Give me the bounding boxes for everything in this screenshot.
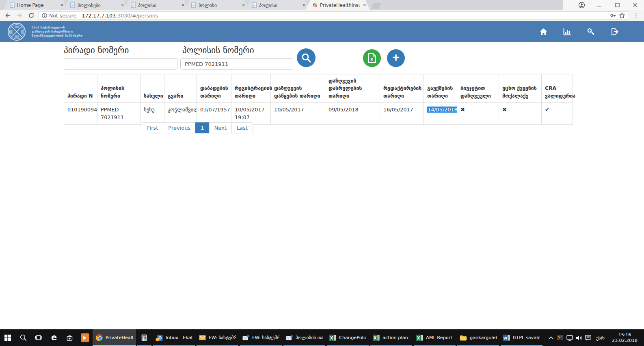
page-favicon (191, 2, 196, 8)
selected-date-text: 14/05/2018 (427, 107, 457, 113)
excel-file-icon: x (367, 53, 377, 63)
page-favicon (70, 2, 75, 8)
back-button[interactable] (3, 11, 13, 20)
tab-title: PrivateHealthInsuranceP (320, 2, 360, 8)
statistics-chart-icon[interactable] (563, 27, 572, 36)
taskbar-app-mail[interactable]: FW: სასტუმრ... (239, 329, 283, 346)
antivirus-tray-icon[interactable] (555, 329, 565, 346)
reload-button[interactable] (26, 11, 36, 20)
taskbar-clock[interactable]: 15:16 23.02.2018 (608, 332, 642, 344)
browser-toolbar: Not secure 172.17.7.103:3030/#/persons ⋮ (0, 10, 644, 21)
mail-yellow-icon (199, 335, 206, 340)
taskbar-app-label: ChangePolicyF... (339, 335, 366, 340)
policy-number-label: პოლისის ნომერი (182, 46, 254, 55)
add-person-button[interactable]: + (387, 49, 405, 67)
table-cell: ✖ (499, 103, 542, 125)
page-content: პირადი ნომერი პოლისის ნომერი x + პირადი … (0, 42, 644, 329)
pagination-next[interactable]: Next (209, 122, 232, 133)
tab-title: პოლისი (199, 2, 239, 8)
key-icon[interactable] (587, 27, 596, 36)
browser-tab-active[interactable]: PrivateHealthInsuranceP✕ (306, 0, 370, 10)
table-cell: ✖ (457, 103, 499, 125)
url-text: 172.17.7.103:3030/#/persons (82, 13, 158, 19)
system-tray: ქარ 15:16 23.02.2018 (546, 329, 644, 346)
address-bar[interactable]: Not secure 172.17.7.103:3030/#/persons (38, 11, 629, 20)
taskbar-app-excel[interactable]: XAML Report G... (413, 329, 456, 346)
column-header: გაუქმების თარიღი (424, 74, 457, 103)
column-header: პოლისის ნომერი (97, 74, 140, 103)
start-button-icon[interactable] (0, 329, 15, 346)
export-excel-button[interactable]: x (363, 49, 381, 67)
search-button[interactable] (297, 48, 316, 67)
tab-close-icon[interactable]: ✕ (181, 3, 186, 7)
maximize-button[interactable] (608, 0, 626, 10)
taskbar-app-mail-yellow[interactable]: FW: სასტუმრ... (196, 329, 239, 346)
taskbar-apps: PrivateHealthI...OInbox - Ekateri...FW: … (93, 329, 543, 346)
pagination-last[interactable]: Last (231, 122, 253, 133)
tab-close-icon[interactable]: ✕ (362, 3, 367, 7)
taskbar-app-label: GTPL savaldeb... (513, 335, 540, 340)
keyboard-language-indicator[interactable]: ქარ (593, 335, 608, 341)
excel-icon: X (329, 335, 336, 341)
taskbar-app-calculator[interactable] (136, 329, 152, 346)
network-tray-icon[interactable] (565, 329, 574, 346)
taskbar-search-icon[interactable] (15, 329, 31, 346)
taskbar-app-outlook[interactable]: OInbox - Ekateri... (152, 329, 196, 346)
pagination-previous[interactable]: Previous (163, 122, 196, 133)
microsoft-store-icon[interactable] (62, 329, 77, 346)
svg-text:X: X (374, 336, 377, 340)
tab-close-icon[interactable]: ✕ (60, 3, 65, 7)
taskbar-app-chrome[interactable]: PrivateHealthI... (93, 329, 136, 346)
browser-tab[interactable]: პოლისი✕ (185, 0, 249, 10)
notifications-tray-icon[interactable] (583, 329, 593, 346)
taskbar-app-excel[interactable]: Xaction plan [R... (370, 329, 413, 346)
policy-number-input[interactable] (180, 58, 293, 70)
table-cell: 14/05/2018 (424, 103, 457, 125)
security-label: Not secure (49, 13, 76, 19)
taskbar-app-folder[interactable]: gankargulebebi (456, 329, 500, 346)
browser-tab[interactable]: პოლისი✕ (245, 0, 309, 10)
pagination-current-page[interactable]: 1 (195, 122, 209, 133)
tab-title: Home Page (17, 2, 57, 8)
tray-date: 23.02.2018 (612, 338, 638, 344)
bookmark-star-icon[interactable] (619, 12, 625, 19)
task-view-icon[interactable] (31, 329, 46, 346)
table-cell: ✔ (542, 103, 573, 125)
movies-tv-icon[interactable] (77, 329, 93, 346)
taskbar-app-label: Inbox - Ekateri... (166, 335, 192, 340)
word-icon: W (503, 335, 510, 341)
browser-tab[interactable]: Home Page✕ (3, 0, 67, 10)
new-tab-button[interactable] (371, 3, 381, 9)
taskbar-app-excel[interactable]: XChangePolicyF... (326, 329, 370, 346)
volume-tray-icon[interactable] (574, 329, 583, 346)
tray-chevron-up-icon[interactable] (546, 329, 555, 346)
personal-number-input[interactable] (64, 58, 177, 70)
page-favicon (252, 2, 257, 8)
forward-button[interactable] (15, 11, 24, 20)
saved-password-key-icon[interactable] (610, 12, 616, 19)
browser-menu-icon[interactable]: ⋮ (631, 12, 641, 19)
plus-icon: + (392, 51, 400, 63)
pagination-first[interactable]: First (142, 122, 163, 133)
taskbar-app-mail[interactable]: პოლისის თა... (283, 329, 326, 346)
url-separator (79, 13, 79, 18)
tab-close-icon[interactable]: ✕ (302, 3, 307, 7)
tab-close-icon[interactable]: ✕ (120, 3, 125, 7)
page-favicon (10, 2, 15, 8)
tab-close-icon[interactable]: ✕ (241, 3, 246, 7)
close-window-button[interactable] (626, 0, 644, 10)
edge-browser-icon[interactable]: e (46, 329, 62, 346)
home-icon[interactable] (539, 27, 548, 36)
table-cell: 09/05/2018 (325, 103, 380, 125)
taskbar-app-label: AML Report G... (426, 335, 453, 340)
folder-icon (460, 335, 467, 341)
browser-tab[interactable]: პოლისები✕ (64, 0, 128, 10)
profile-icon[interactable] (573, 0, 590, 10)
browser-tab[interactable]: პოლისი✕ (124, 0, 188, 10)
taskbar-app-label: PrivateHealthI... (106, 335, 133, 340)
minimize-button[interactable] (590, 0, 608, 10)
site-security-chip[interactable]: Not secure (42, 13, 76, 19)
column-header: რეგისტრაციის თარიღი (231, 74, 271, 103)
logout-icon[interactable] (611, 27, 620, 36)
taskbar-app-word[interactable]: WGTPL savaldeb... (500, 329, 543, 346)
